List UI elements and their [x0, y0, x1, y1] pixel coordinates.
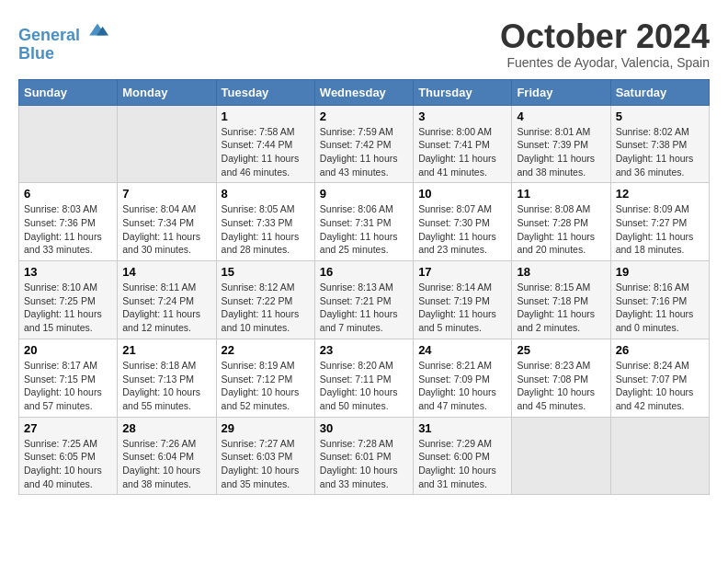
day-number: 16 — [320, 265, 408, 279]
day-number: 30 — [320, 421, 408, 435]
day-info: Sunrise: 8:13 AMSunset: 7:21 PMDaylight:… — [320, 281, 408, 335]
day-info: Sunrise: 8:18 AMSunset: 7:13 PMDaylight:… — [122, 359, 210, 413]
location: Fuentes de Ayodar, Valencia, Spain — [500, 55, 710, 70]
day-info: Sunrise: 8:02 AMSunset: 7:38 PMDaylight:… — [616, 125, 704, 179]
day-number: 18 — [517, 265, 605, 279]
calendar-cell: 9Sunrise: 8:06 AMSunset: 7:31 PMDaylight… — [314, 183, 413, 261]
day-info: Sunrise: 7:26 AMSunset: 6:04 PMDaylight:… — [122, 437, 210, 491]
calendar-cell: 25Sunrise: 8:23 AMSunset: 7:08 PMDayligh… — [512, 339, 610, 417]
day-info: Sunrise: 8:17 AMSunset: 7:15 PMDaylight:… — [24, 359, 112, 413]
calendar-cell: 26Sunrise: 8:24 AMSunset: 7:07 PMDayligh… — [610, 339, 709, 417]
day-number: 20 — [24, 343, 112, 357]
day-info: Sunrise: 7:58 AMSunset: 7:44 PMDaylight:… — [222, 125, 310, 179]
day-info: Sunrise: 8:07 AMSunset: 7:30 PMDaylight:… — [418, 202, 506, 257]
logo-icon — [86, 18, 108, 40]
day-number: 12 — [616, 187, 704, 201]
day-info: Sunrise: 8:10 AMSunset: 7:25 PMDaylight:… — [24, 281, 112, 335]
day-number: 11 — [517, 187, 605, 201]
calendar-cell: 15Sunrise: 8:12 AMSunset: 7:22 PMDayligh… — [216, 261, 314, 339]
day-number: 4 — [517, 109, 605, 123]
logo-blue-text: Blue — [18, 45, 108, 63]
day-info: Sunrise: 7:59 AMSunset: 7:42 PMDaylight:… — [320, 125, 408, 179]
calendar-cell: 18Sunrise: 8:15 AMSunset: 7:18 PMDayligh… — [512, 261, 610, 339]
day-info: Sunrise: 8:00 AMSunset: 7:41 PMDaylight:… — [418, 125, 506, 179]
day-info: Sunrise: 8:16 AMSunset: 7:16 PMDaylight:… — [616, 281, 704, 335]
weekday-header-row: SundayMondayTuesdayWednesdayThursdayFrid… — [19, 79, 710, 105]
day-info: Sunrise: 7:28 AMSunset: 6:01 PMDaylight:… — [320, 437, 408, 491]
calendar-cell: 17Sunrise: 8:14 AMSunset: 7:19 PMDayligh… — [414, 261, 512, 339]
day-info: Sunrise: 7:25 AMSunset: 6:05 PMDaylight:… — [24, 437, 112, 491]
weekday-header-saturday: Saturday — [610, 79, 709, 105]
day-info: Sunrise: 8:08 AMSunset: 7:28 PMDaylight:… — [517, 202, 605, 257]
day-info: Sunrise: 8:23 AMSunset: 7:08 PMDaylight:… — [517, 359, 605, 413]
day-info: Sunrise: 8:21 AMSunset: 7:09 PMDaylight:… — [418, 359, 506, 413]
calendar-cell: 23Sunrise: 8:20 AMSunset: 7:11 PMDayligh… — [314, 339, 413, 417]
day-number: 10 — [418, 187, 506, 201]
page-header: General Blue October 2024 Fuentes de Ayo… — [18, 18, 710, 70]
calendar-cell: 22Sunrise: 8:19 AMSunset: 7:12 PMDayligh… — [216, 339, 314, 417]
day-number: 21 — [122, 343, 210, 357]
day-info: Sunrise: 8:24 AMSunset: 7:07 PMDaylight:… — [616, 359, 704, 413]
title-block: October 2024 Fuentes de Ayodar, Valencia… — [500, 18, 710, 70]
calendar-cell: 11Sunrise: 8:08 AMSunset: 7:28 PMDayligh… — [512, 183, 610, 261]
calendar-cell: 16Sunrise: 8:13 AMSunset: 7:21 PMDayligh… — [314, 261, 413, 339]
calendar-cell — [118, 105, 216, 183]
weekday-header-friday: Friday — [512, 79, 610, 105]
calendar-cell: 4Sunrise: 8:01 AMSunset: 7:39 PMDaylight… — [512, 105, 610, 183]
calendar-cell: 12Sunrise: 8:09 AMSunset: 7:27 PMDayligh… — [610, 183, 709, 261]
week-row-4: 20Sunrise: 8:17 AMSunset: 7:15 PMDayligh… — [19, 339, 710, 417]
calendar-cell: 19Sunrise: 8:16 AMSunset: 7:16 PMDayligh… — [610, 261, 709, 339]
calendar-cell: 31Sunrise: 7:29 AMSunset: 6:00 PMDayligh… — [414, 417, 512, 495]
day-number: 28 — [122, 421, 210, 435]
day-number: 22 — [222, 343, 310, 357]
day-info: Sunrise: 8:11 AMSunset: 7:24 PMDaylight:… — [122, 281, 210, 335]
day-info: Sunrise: 8:06 AMSunset: 7:31 PMDaylight:… — [320, 202, 408, 257]
day-number: 7 — [122, 187, 210, 201]
calendar-cell: 6Sunrise: 8:03 AMSunset: 7:36 PMDaylight… — [19, 183, 118, 261]
week-row-1: 1Sunrise: 7:58 AMSunset: 7:44 PMDaylight… — [19, 105, 710, 183]
day-number: 15 — [222, 265, 310, 279]
day-number: 2 — [320, 109, 408, 123]
calendar-cell: 8Sunrise: 8:05 AMSunset: 7:33 PMDaylight… — [216, 183, 314, 261]
logo-text: General — [18, 18, 108, 45]
calendar-cell: 20Sunrise: 8:17 AMSunset: 7:15 PMDayligh… — [19, 339, 118, 417]
day-info: Sunrise: 7:27 AMSunset: 6:03 PMDaylight:… — [222, 437, 310, 491]
week-row-3: 13Sunrise: 8:10 AMSunset: 7:25 PMDayligh… — [19, 261, 710, 339]
day-number: 13 — [24, 265, 112, 279]
calendar-cell: 30Sunrise: 7:28 AMSunset: 6:01 PMDayligh… — [314, 417, 413, 495]
weekday-header-wednesday: Wednesday — [314, 79, 413, 105]
day-info: Sunrise: 8:04 AMSunset: 7:34 PMDaylight:… — [122, 202, 210, 257]
day-number: 5 — [616, 109, 704, 123]
day-number: 9 — [320, 187, 408, 201]
weekday-header-sunday: Sunday — [19, 79, 118, 105]
day-info: Sunrise: 8:01 AMSunset: 7:39 PMDaylight:… — [517, 125, 605, 179]
day-info: Sunrise: 8:12 AMSunset: 7:22 PMDaylight:… — [222, 281, 310, 335]
calendar-cell: 3Sunrise: 8:00 AMSunset: 7:41 PMDaylight… — [414, 105, 512, 183]
day-number: 27 — [24, 421, 112, 435]
calendar-cell — [19, 105, 118, 183]
day-number: 26 — [616, 343, 704, 357]
calendar-cell — [610, 417, 709, 495]
day-info: Sunrise: 8:03 AMSunset: 7:36 PMDaylight:… — [24, 202, 112, 257]
day-info: Sunrise: 8:14 AMSunset: 7:19 PMDaylight:… — [418, 281, 506, 335]
month-title: October 2024 — [500, 18, 710, 55]
day-number: 29 — [222, 421, 310, 435]
weekday-header-monday: Monday — [118, 79, 216, 105]
day-info: Sunrise: 7:29 AMSunset: 6:00 PMDaylight:… — [418, 437, 506, 491]
day-info: Sunrise: 8:05 AMSunset: 7:33 PMDaylight:… — [222, 202, 310, 257]
day-info: Sunrise: 8:15 AMSunset: 7:18 PMDaylight:… — [517, 281, 605, 335]
day-info: Sunrise: 8:09 AMSunset: 7:27 PMDaylight:… — [616, 202, 704, 257]
calendar-cell: 5Sunrise: 8:02 AMSunset: 7:38 PMDaylight… — [610, 105, 709, 183]
calendar-cell: 28Sunrise: 7:26 AMSunset: 6:04 PMDayligh… — [118, 417, 216, 495]
day-number: 19 — [616, 265, 704, 279]
day-info: Sunrise: 8:19 AMSunset: 7:12 PMDaylight:… — [222, 359, 310, 413]
calendar-cell: 24Sunrise: 8:21 AMSunset: 7:09 PMDayligh… — [414, 339, 512, 417]
calendar-cell: 29Sunrise: 7:27 AMSunset: 6:03 PMDayligh… — [216, 417, 314, 495]
calendar-cell: 10Sunrise: 8:07 AMSunset: 7:30 PMDayligh… — [414, 183, 512, 261]
calendar-cell: 7Sunrise: 8:04 AMSunset: 7:34 PMDaylight… — [118, 183, 216, 261]
calendar-cell: 1Sunrise: 7:58 AMSunset: 7:44 PMDaylight… — [216, 105, 314, 183]
day-number: 31 — [418, 421, 506, 435]
day-number: 3 — [418, 109, 506, 123]
weekday-header-thursday: Thursday — [414, 79, 512, 105]
day-number: 1 — [222, 109, 310, 123]
